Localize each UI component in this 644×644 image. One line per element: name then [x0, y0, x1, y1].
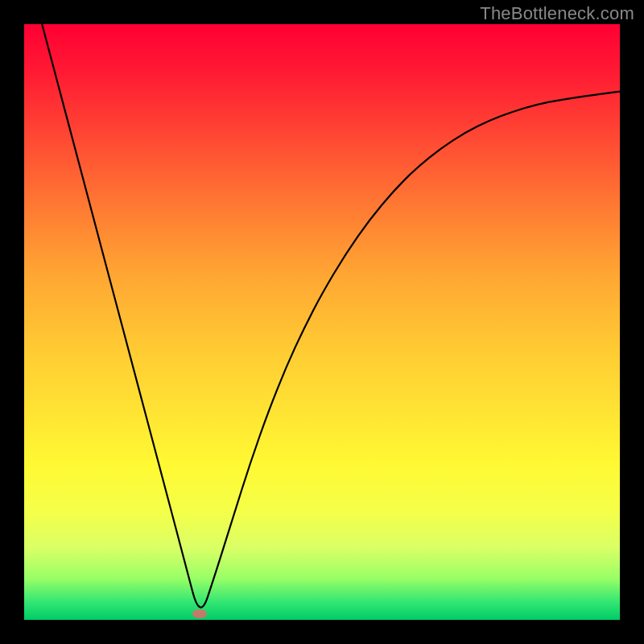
bottleneck-curve — [24, 24, 620, 620]
watermark-text: TheBottleneck.com — [480, 3, 634, 24]
plot-area — [24, 24, 620, 620]
chart-frame: TheBottleneck.com — [0, 0, 644, 644]
